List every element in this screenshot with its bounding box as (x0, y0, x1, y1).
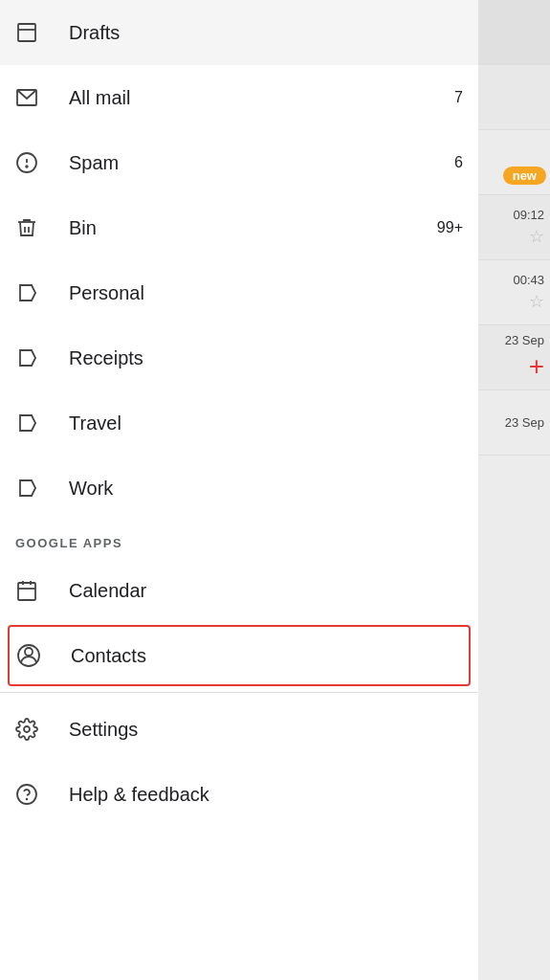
sidebar-item-drafts-label: Drafts (69, 22, 463, 44)
right-item-new: new (478, 130, 550, 195)
right-item-time-1: 09:12 ☆ (478, 195, 550, 260)
sidebar-item-bin-badge: 99+ (437, 219, 463, 236)
date-label-2: 23 Sep (505, 415, 544, 430)
right-panel: new 09:12 ☆ 00:43 ☆ 23 Sep + 23 Sep (478, 0, 550, 980)
plus-icon: + (529, 351, 544, 382)
date-label-1: 23 Sep (505, 333, 544, 347)
spam-icon (15, 151, 54, 174)
right-item-date-2: 23 Sep (478, 390, 550, 456)
sidebar-item-spam-label: Spam (69, 152, 454, 174)
time-label-2: 00:43 (513, 273, 544, 287)
sidebar-item-calendar[interactable]: Calendar (0, 558, 478, 623)
sidebar-item-travel[interactable]: Travel (0, 390, 478, 456)
new-badge-label: new (503, 167, 546, 185)
help-icon (15, 783, 54, 806)
svg-point-12 (24, 726, 30, 732)
sidebar-item-settings-label: Settings (69, 719, 463, 741)
divider (0, 692, 478, 693)
right-item-date-1: 23 Sep + (478, 325, 550, 390)
right-item-time-2: 00:43 ☆ (478, 260, 550, 325)
sidebar-item-work[interactable]: Work (0, 456, 478, 521)
star-icon-2: ☆ (529, 291, 544, 312)
sidebar-item-receipts-label: Receipts (69, 347, 463, 369)
sidebar-item-help[interactable]: Help & feedback (0, 762, 478, 827)
sidebar-item-personal[interactable]: Personal (0, 260, 478, 325)
all-mail-icon (15, 86, 54, 109)
calendar-icon (15, 579, 54, 602)
star-icon-1: ☆ (529, 226, 544, 247)
sidebar-item-all-mail[interactable]: All mail 7 (0, 65, 478, 130)
receipts-label-icon (15, 346, 54, 369)
contacts-icon (17, 644, 55, 667)
drafts-icon (15, 21, 54, 44)
sidebar-item-all-mail-label: All mail (69, 87, 454, 109)
right-item-2 (478, 65, 550, 130)
personal-label-icon (15, 281, 54, 304)
svg-point-5 (26, 166, 28, 167)
sidebar: Drafts All mail 7 Spam 6 (0, 0, 478, 980)
sidebar-item-bin[interactable]: Bin 99+ (0, 195, 478, 260)
sidebar-item-receipts[interactable]: Receipts (0, 325, 478, 390)
sidebar-item-travel-label: Travel (69, 412, 463, 434)
sidebar-item-drafts[interactable]: Drafts (0, 0, 478, 65)
sidebar-item-all-mail-badge: 7 (454, 89, 463, 106)
sidebar-item-bin-label: Bin (69, 217, 437, 239)
svg-rect-6 (18, 583, 35, 600)
sidebar-item-contacts-label: Contacts (71, 645, 461, 667)
sidebar-item-personal-label: Personal (69, 282, 463, 304)
sidebar-item-contacts[interactable]: Contacts (8, 625, 471, 686)
svg-point-13 (17, 785, 36, 804)
sidebar-item-calendar-label: Calendar (69, 580, 463, 602)
right-item-1 (478, 0, 550, 65)
time-label-1: 09:12 (513, 208, 544, 222)
sidebar-item-settings[interactable]: Settings (0, 697, 478, 762)
work-label-icon (15, 477, 54, 500)
settings-icon (15, 718, 54, 741)
svg-point-10 (25, 648, 33, 656)
google-apps-header: GOOGLE APPS (0, 521, 478, 558)
sidebar-item-spam-badge: 6 (454, 154, 463, 171)
travel-label-icon (15, 412, 54, 434)
sidebar-item-help-label: Help & feedback (69, 784, 463, 806)
sidebar-item-spam[interactable]: Spam 6 (0, 130, 478, 195)
sidebar-item-work-label: Work (69, 478, 463, 500)
bin-icon (15, 216, 54, 239)
svg-rect-0 (18, 24, 35, 41)
